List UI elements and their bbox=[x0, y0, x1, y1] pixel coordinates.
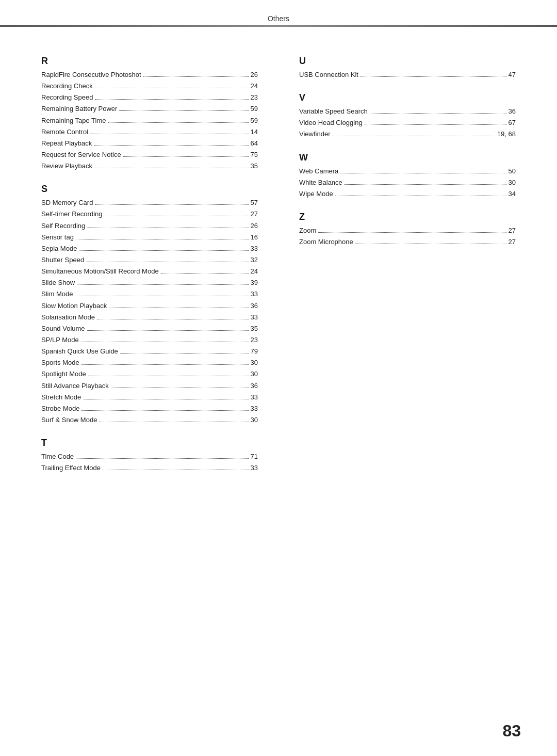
entry-dots bbox=[81, 364, 249, 365]
entry-label: SP/LP Mode bbox=[41, 335, 79, 345]
entry-page: 36 bbox=[509, 106, 516, 117]
list-item: Sensor tag16 bbox=[41, 232, 258, 243]
entry-label: Repeat Playback bbox=[41, 138, 92, 149]
entry-dots bbox=[94, 145, 248, 146]
entry-page: 35 bbox=[251, 161, 258, 171]
entry-dots bbox=[105, 216, 249, 216]
entry-dots bbox=[143, 76, 249, 77]
entry-label: Remaining Tape Time bbox=[41, 116, 106, 126]
entry-dots bbox=[83, 399, 248, 399]
entry-page: 26 bbox=[251, 70, 258, 80]
entry-page: 23 bbox=[251, 335, 258, 345]
entry-page: 64 bbox=[251, 138, 258, 149]
entry-dots bbox=[76, 458, 248, 459]
entry-label: SD Memory Card bbox=[41, 198, 93, 208]
entry-dots bbox=[81, 410, 248, 411]
entry-page: 23 bbox=[251, 92, 258, 103]
entry-page: 57 bbox=[251, 198, 258, 208]
entry-page: 33 bbox=[251, 463, 258, 473]
entry-label: Review Playback bbox=[41, 161, 92, 171]
entry-dots bbox=[161, 273, 249, 274]
right-column: UUSB Connection Kit47VVariable Speed Sea… bbox=[278, 56, 516, 486]
list-item: Remaining Tape Time59 bbox=[41, 116, 258, 126]
entry-label: Wipe Mode bbox=[299, 189, 333, 199]
entry-dots bbox=[365, 124, 506, 125]
entry-label: Slow Motion Playback bbox=[41, 301, 107, 311]
section-heading-s: S bbox=[41, 184, 258, 195]
entry-page: 39 bbox=[251, 278, 258, 288]
index-list-t: Time Code71Trailing Effect Mode33 bbox=[41, 452, 258, 473]
entry-label: Web Camera bbox=[299, 166, 338, 176]
list-item: Stretch Mode33 bbox=[41, 392, 258, 403]
entry-dots bbox=[79, 250, 248, 251]
list-item: RapidFire Consecutive Photoshot26 bbox=[41, 70, 258, 80]
list-item: Surf & Snow Mode30 bbox=[41, 415, 258, 425]
entry-page: 79 bbox=[251, 346, 258, 357]
list-item: Review Playback35 bbox=[41, 161, 258, 171]
section-heading-u: U bbox=[299, 56, 516, 67]
list-item: SP/LP Mode23 bbox=[41, 335, 258, 345]
entry-label: Stretch Mode bbox=[41, 392, 81, 403]
entry-dots bbox=[119, 110, 248, 111]
entry-label: Sports Mode bbox=[41, 358, 79, 368]
entry-label: Spanish Quick Use Guide bbox=[41, 346, 118, 357]
list-item: Spanish Quick Use Guide79 bbox=[41, 346, 258, 357]
entry-page: 75 bbox=[251, 150, 258, 160]
entry-page: 59 bbox=[251, 104, 258, 114]
entry-page: 36 bbox=[251, 381, 258, 391]
list-item: Video Head Clogging67 bbox=[299, 118, 516, 128]
index-list-z: Zoom27Zoom Microphone27 bbox=[299, 226, 516, 247]
entry-label: Recording Check bbox=[41, 81, 93, 91]
entry-label: Shutter Speed bbox=[41, 255, 84, 265]
list-item: Viewfinder19, 68 bbox=[299, 129, 516, 139]
list-item: Web Camera50 bbox=[299, 166, 516, 176]
entry-dots bbox=[345, 184, 506, 185]
entry-page: 36 bbox=[251, 301, 258, 311]
entry-dots bbox=[87, 330, 249, 331]
index-list-v: Variable Speed Search36Video Head Cloggi… bbox=[299, 106, 516, 139]
list-item: Remote Control14 bbox=[41, 127, 258, 137]
entry-page: 35 bbox=[251, 324, 258, 334]
entry-page: 30 bbox=[251, 369, 258, 379]
entry-dots bbox=[75, 296, 248, 296]
entry-dots bbox=[120, 353, 249, 353]
entry-page: 33 bbox=[251, 244, 258, 254]
entry-label: Variable Speed Search bbox=[299, 106, 368, 117]
entry-dots bbox=[361, 76, 506, 77]
entry-page: 27 bbox=[509, 237, 516, 247]
list-item: Sound Volume35 bbox=[41, 324, 258, 334]
list-item: Still Advance Playback36 bbox=[41, 381, 258, 391]
entry-page: 24 bbox=[251, 81, 258, 91]
entry-dots bbox=[81, 342, 249, 342]
entry-page: 27 bbox=[509, 226, 516, 236]
entry-label: Remote Control bbox=[41, 127, 88, 137]
entry-label: RapidFire Consecutive Photoshot bbox=[41, 70, 141, 80]
entry-page: 59 bbox=[251, 116, 258, 126]
page-container: Others RRapidFire Consecutive Photoshot2… bbox=[0, 0, 557, 756]
list-item: Slim Mode33 bbox=[41, 289, 258, 299]
entry-dots bbox=[88, 376, 249, 376]
entry-dots bbox=[95, 204, 248, 205]
section-heading-z: Z bbox=[299, 212, 516, 222]
entry-label: Still Advance Playback bbox=[41, 381, 109, 391]
entry-page: 26 bbox=[251, 221, 258, 231]
entry-label: Slim Mode bbox=[41, 289, 73, 299]
entry-label: Request for Service Notice bbox=[41, 150, 121, 160]
entry-label: Sensor tag bbox=[41, 232, 74, 243]
list-item: SD Memory Card57 bbox=[41, 198, 258, 208]
entry-label: Sound Volume bbox=[41, 324, 85, 334]
entry-label: Surf & Snow Mode bbox=[41, 415, 97, 425]
entry-dots bbox=[77, 284, 248, 285]
list-item: Zoom Microphone27 bbox=[299, 237, 516, 247]
section-heading-t: T bbox=[41, 438, 258, 448]
list-item: Zoom27 bbox=[299, 226, 516, 236]
index-list-s: SD Memory Card57Self-timer Recording27Se… bbox=[41, 198, 258, 425]
entry-label: Strobe Mode bbox=[41, 404, 79, 414]
entry-page: 30 bbox=[509, 178, 516, 188]
entry-dots bbox=[355, 244, 506, 244]
entry-page: 71 bbox=[251, 452, 258, 462]
entry-dots bbox=[76, 239, 249, 239]
entry-label: Zoom bbox=[299, 226, 316, 236]
entry-page: 33 bbox=[251, 289, 258, 299]
entry-dots bbox=[109, 308, 248, 308]
